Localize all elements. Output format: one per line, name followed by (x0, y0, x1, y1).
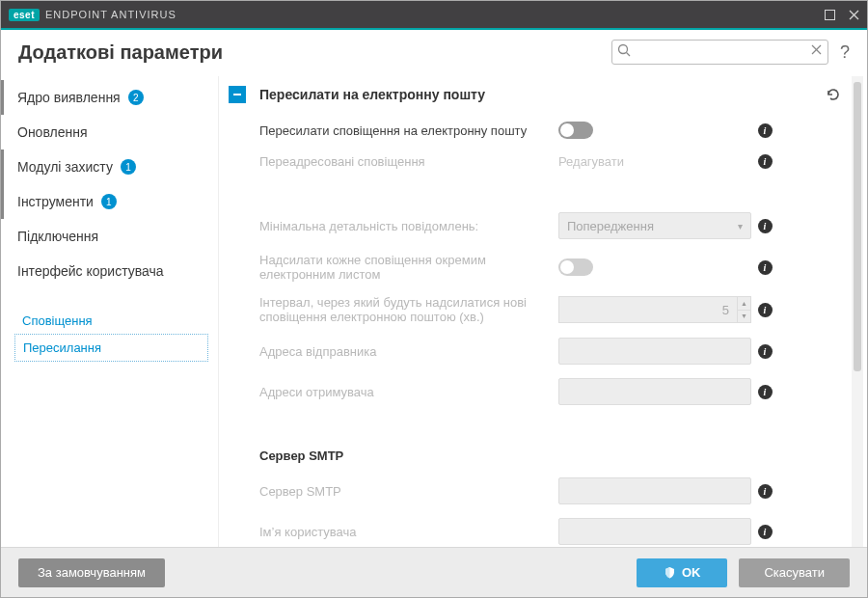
footer: За замовчуванням OK Скасувати (1, 547, 867, 597)
sidebar-item-ui[interactable]: Інтерфейс користувача (1, 254, 208, 288)
sidebar-item-label: Інструменти (17, 194, 94, 209)
section-title: Пересилати на електронну пошту (259, 87, 825, 102)
info-icon[interactable]: i (758, 154, 773, 169)
content-wrap: Пересилати на електронну пошту Пересилат… (218, 76, 867, 547)
svg-rect-0 (826, 10, 835, 19)
scrollbar[interactable] (852, 76, 863, 547)
search-box (611, 40, 828, 65)
sidebar-item-label: Оновлення (17, 124, 88, 140)
scrollbar-thumb[interactable] (854, 82, 861, 371)
search-icon (617, 43, 632, 58)
row-label: Ім’я користувача (259, 525, 558, 539)
button-label: Скасувати (764, 565, 825, 580)
sidebar-item-connection[interactable]: Підключення (1, 219, 208, 254)
brand: eset ENDPOINT ANTIVIRUS (9, 9, 176, 21)
interval-input[interactable] (558, 296, 737, 323)
stepper-up-icon[interactable]: ▲ (738, 297, 750, 311)
row-recipient: Адреси отримувача i (229, 371, 848, 412)
svg-point-3 (618, 45, 627, 54)
row-label: Надсилати кожне сповіщення окремим елект… (259, 253, 558, 282)
brand-logo-box: eset (9, 9, 40, 21)
info-icon[interactable]: i (758, 525, 773, 539)
sidebar-item-tools[interactable]: Інструменти 1 (1, 184, 208, 219)
body: Ядро виявлення 2 Оновлення Модулі захист… (1, 76, 867, 547)
recipient-input[interactable] (558, 378, 751, 405)
button-label: OK (682, 565, 701, 580)
sidebar-sub-items: Сповіщення Пересилання (14, 308, 208, 362)
row-smtp-server: Сервер SMTP i (229, 471, 848, 511)
sidebar-sub-notifications[interactable]: Сповіщення (14, 308, 208, 334)
ok-button[interactable]: OK (637, 558, 728, 587)
chevron-down-icon: ▾ (738, 221, 743, 231)
search-input[interactable] (611, 40, 828, 65)
row-each-separate: Надсилати кожне сповіщення окремим елект… (229, 246, 848, 288)
row-forwarded-notifications: Переадресовані сповіщення Редагувати i (229, 146, 848, 177)
smtp-server-input[interactable] (558, 477, 751, 504)
edit-link[interactable]: Редагувати (558, 154, 624, 169)
sidebar-item-detection-core[interactable]: Ядро виявлення 2 (1, 80, 208, 115)
row-verbosity: Мінімальна детальність повідомлень: Попе… (229, 205, 848, 246)
info-icon[interactable]: i (758, 219, 773, 233)
interval-stepper: ▲ ▼ (558, 296, 751, 323)
row-label: Адреса відправника (259, 344, 558, 359)
info-icon[interactable]: i (758, 123, 773, 138)
sidebar-item-label: Ядро виявлення (17, 90, 121, 105)
sidebar-item-update[interactable]: Оновлення (1, 115, 208, 150)
cancel-button[interactable]: Скасувати (739, 558, 850, 587)
row-label: Пересилати сповіщення на електронну пошт… (259, 123, 558, 138)
row-label: Мінімальна детальність повідомлень: (259, 219, 558, 233)
toggle-forward-email[interactable] (558, 122, 593, 139)
button-label: За замовчуванням (38, 565, 146, 580)
row-sender: Адреса відправника i (229, 331, 848, 371)
toggle-each-separate[interactable] (558, 258, 593, 276)
window-close-icon[interactable] (849, 10, 859, 20)
svg-rect-7 (233, 94, 241, 95)
content-panel: Пересилати на електронну пошту Пересилат… (218, 76, 852, 547)
collapse-icon[interactable] (229, 86, 246, 103)
undo-icon[interactable] (825, 86, 842, 103)
sidebar-sub-label: Пересилання (23, 340, 101, 355)
row-interval: Інтервал, через який будуть надсилатися … (229, 288, 848, 331)
smtp-section-title: Сервер SMTP (229, 441, 848, 471)
svg-line-4 (626, 53, 630, 57)
row-label: Переадресовані сповіщення (259, 154, 558, 169)
titlebar: eset ENDPOINT ANTIVIRUS (1, 1, 867, 28)
sidebar-item-label: Інтерфейс користувача (17, 263, 164, 279)
sidebar-badge: 2 (128, 90, 144, 105)
row-smtp-user: Ім’я користувача i (229, 511, 848, 547)
shield-icon (664, 566, 676, 579)
section-header: Пересилати на електронну пошту (229, 76, 848, 115)
window-maximize-icon[interactable] (825, 10, 835, 20)
select-value: Попередження (567, 219, 654, 233)
sidebar-badge: 1 (101, 194, 117, 209)
clear-search-icon[interactable] (810, 43, 823, 56)
row-label: Сервер SMTP (259, 484, 558, 499)
sidebar-item-protection-modules[interactable]: Модулі захисту 1 (1, 150, 208, 184)
app-window: eset ENDPOINT ANTIVIRUS Додаткові параме… (0, 0, 868, 598)
sidebar-item-label: Модулі захисту (17, 159, 113, 175)
sidebar-item-label: Підключення (17, 229, 98, 244)
row-label: Адреси отримувача (259, 385, 558, 399)
defaults-button[interactable]: За замовчуванням (18, 558, 165, 587)
help-icon[interactable]: ? (840, 42, 850, 63)
info-icon[interactable]: i (758, 385, 773, 399)
row-forward-email: Пересилати сповіщення на електронну пошт… (229, 115, 848, 146)
product-name: ENDPOINT ANTIVIRUS (45, 9, 176, 20)
info-icon[interactable]: i (758, 303, 773, 317)
info-icon[interactable]: i (758, 484, 773, 499)
verbosity-select[interactable]: Попередження ▾ (558, 212, 751, 239)
page-title: Додаткові параметри (18, 41, 223, 64)
info-icon[interactable]: i (758, 260, 773, 275)
smtp-user-input[interactable] (558, 518, 751, 545)
sender-input[interactable] (558, 338, 751, 365)
stepper-down-icon[interactable]: ▼ (738, 311, 750, 323)
row-label: Інтервал, через який будуть надсилатися … (259, 295, 558, 324)
sidebar: Ядро виявлення 2 Оновлення Модулі захист… (1, 76, 218, 547)
sidebar-sub-label: Сповіщення (22, 313, 93, 328)
sidebar-sub-forwarding[interactable]: Пересилання (14, 334, 208, 362)
header: Додаткові параметри ? (1, 30, 867, 76)
info-icon[interactable]: i (758, 344, 773, 359)
sidebar-badge: 1 (121, 159, 136, 175)
